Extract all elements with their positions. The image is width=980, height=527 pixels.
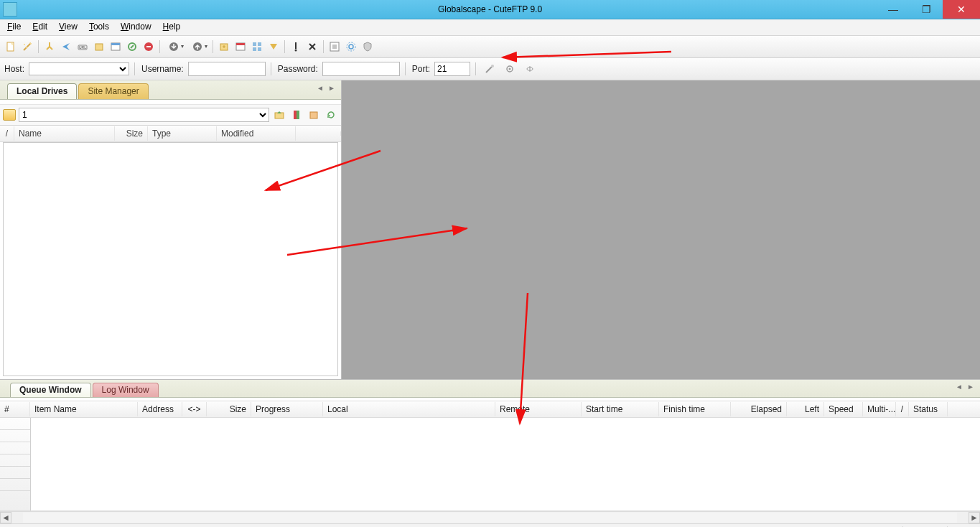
svg-text:URL: URL: [79, 45, 86, 50]
host-input[interactable]: [29, 62, 129, 75]
tab-local-drives[interactable]: Local Drives: [7, 83, 77, 99]
upload-icon[interactable]: [187, 39, 210, 55]
bookmarks-icon[interactable]: [289, 108, 304, 122]
host-label: Host:: [4, 64, 24, 74]
schedule-icon[interactable]: [233, 39, 248, 55]
qcol-elapsed[interactable]: Elapsed: [731, 402, 787, 416]
local-file-list[interactable]: [3, 142, 338, 376]
tab-prev-icon[interactable]: ◄: [315, 83, 325, 93]
folder-icon: [3, 109, 16, 121]
qcol-status[interactable]: Status: [909, 402, 948, 416]
macros-icon[interactable]: [124, 39, 140, 55]
tab-queue-window[interactable]: Queue Window: [10, 383, 91, 397]
menu-window[interactable]: Window: [115, 19, 157, 35]
settings-icon[interactable]: [327, 39, 342, 55]
port-label: Port:: [412, 64, 430, 74]
tab-next-icon[interactable]: ►: [327, 83, 337, 93]
qcol-left[interactable]: Left: [787, 402, 824, 416]
local-list-header: / Name Size Type Modified: [0, 126, 341, 142]
col-name[interactable]: Name: [14, 126, 115, 141]
col-modified[interactable]: Modified: [217, 126, 296, 141]
gear-icon[interactable]: [343, 39, 359, 55]
bottom-tab-prev-icon[interactable]: ◄: [954, 381, 964, 391]
svg-rect-10: [146, 46, 151, 47]
delete-icon[interactable]: [304, 39, 320, 55]
menu-tools[interactable]: Tools: [83, 19, 115, 35]
qcol-start[interactable]: Start time: [582, 402, 659, 416]
filter-icon[interactable]: [266, 39, 281, 55]
path-input[interactable]: 1: [19, 108, 269, 122]
connect-icon[interactable]: [42, 39, 57, 55]
queue-row-headers: [0, 418, 31, 510]
svg-rect-7: [111, 43, 120, 45]
scroll-right-icon[interactable]: ►: [969, 512, 980, 523]
shield-icon[interactable]: [360, 39, 375, 55]
status-bar: For Help, press F1 NUM: [0, 523, 980, 527]
port-input[interactable]: [434, 62, 470, 76]
qcol-num[interactable]: #: [0, 402, 30, 416]
transfer-icon[interactable]: [216, 39, 232, 55]
remote-pane[interactable]: [342, 80, 980, 379]
col-spacer: [296, 131, 341, 136]
tab-log-window[interactable]: Log Window: [93, 383, 159, 397]
reconnect-icon[interactable]: URL: [75, 39, 90, 55]
username-input[interactable]: [188, 62, 266, 76]
qcol-item[interactable]: Item Name: [30, 402, 138, 416]
svg-point-24: [491, 65, 494, 67]
history-icon[interactable]: [307, 108, 321, 122]
qcol-remote[interactable]: Remote: [495, 402, 582, 416]
queue-body[interactable]: [0, 418, 980, 511]
properties-icon[interactable]: [108, 39, 123, 55]
maximize-button[interactable]: ❐: [910, 0, 943, 19]
connection-bar: Host: Username: Password: Port:: [0, 58, 980, 80]
bookmark-icon[interactable]: [521, 61, 538, 77]
qcol-finish[interactable]: Finish time: [659, 402, 731, 416]
username-label: Username:: [141, 64, 184, 74]
menu-file[interactable]: File: [1, 19, 27, 35]
col-size[interactable]: Size: [115, 126, 148, 141]
wizard-icon[interactable]: [19, 39, 35, 55]
qcol-direction[interactable]: <->: [182, 402, 207, 416]
new-icon[interactable]: [3, 39, 19, 55]
col-type[interactable]: Type: [148, 126, 217, 141]
scroll-left-icon[interactable]: ◄: [0, 512, 11, 523]
svg-rect-18: [253, 47, 256, 51]
svg-point-1: [24, 44, 25, 45]
close-button[interactable]: ✕: [943, 0, 980, 19]
download-icon[interactable]: [163, 39, 186, 55]
bottom-tabstrip: Queue Window Log Window ◄ ►: [0, 380, 980, 398]
svg-rect-30: [310, 112, 317, 118]
local-tabstrip: Local Drives Site Manager ◄ ►: [0, 80, 341, 100]
priority-icon[interactable]: [288, 39, 304, 55]
qcol-size[interactable]: Size: [207, 402, 251, 416]
qcol-address[interactable]: Address: [138, 402, 182, 416]
tab-site-manager[interactable]: Site Manager: [78, 83, 148, 99]
connect-quick-icon[interactable]: [481, 61, 498, 77]
qcol-speed[interactable]: Speed: [824, 402, 863, 416]
browse-offline-icon[interactable]: [91, 39, 107, 55]
svg-rect-28: [294, 111, 297, 119]
col-mark[interactable]: /: [0, 126, 14, 141]
options-gear-icon[interactable]: [501, 61, 518, 77]
qcol-mark[interactable]: /: [896, 402, 909, 416]
stop-icon[interactable]: [141, 39, 157, 55]
svg-point-26: [509, 68, 511, 70]
qcol-multi[interactable]: Multi-...: [863, 402, 896, 416]
password-input[interactable]: [322, 62, 400, 76]
qcol-local[interactable]: Local: [323, 402, 495, 416]
title-bar: Globalscape - CuteFTP 9.0 — ❐ ✕: [0, 0, 980, 19]
qcol-progress[interactable]: Progress: [251, 402, 323, 416]
up-folder-icon[interactable]: [272, 108, 286, 122]
minimize-button[interactable]: —: [877, 0, 910, 19]
menu-help[interactable]: Help: [157, 19, 187, 35]
svg-rect-5: [95, 44, 103, 50]
queue-hscrollbar[interactable]: ◄ ►: [0, 511, 980, 523]
quickconnect-icon[interactable]: [58, 39, 74, 55]
queue-header: # Item Name Address <-> Size Progress Lo…: [0, 401, 980, 418]
thumbnail-icon[interactable]: [249, 39, 265, 55]
menu-view[interactable]: View: [53, 19, 83, 35]
menu-edit[interactable]: Edit: [27, 19, 53, 35]
refresh-icon[interactable]: [324, 108, 338, 122]
path-bar: 1: [0, 104, 341, 126]
bottom-tab-next-icon[interactable]: ►: [966, 381, 976, 391]
